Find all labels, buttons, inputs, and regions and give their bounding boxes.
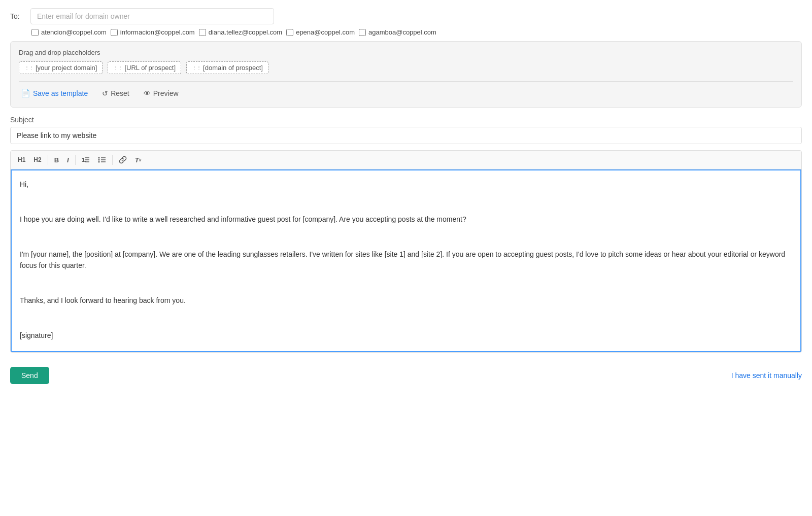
- preview-label: Preview: [153, 89, 179, 97]
- preview-button[interactable]: 👁 Preview: [142, 88, 181, 98]
- svg-point-4: [98, 157, 99, 159]
- placeholder-chip-2[interactable]: ⋮⋮[domain of prospect]: [186, 61, 268, 74]
- h1-button[interactable]: H1: [15, 154, 28, 165]
- editor-toolbar: H1 H2 B I 1.: [11, 151, 801, 169]
- chip-label-2: [domain of prospect]: [203, 64, 263, 72]
- email-checkbox-4[interactable]: [359, 29, 366, 36]
- divider: [19, 81, 793, 82]
- email-label-1: informacion@coppel.com: [120, 28, 195, 36]
- email-suggestions: atencion@coppel.cominformacion@coppel.co…: [31, 28, 802, 36]
- toolbar-separator-3: [112, 155, 113, 165]
- sent-manually-link[interactable]: I have sent it manually: [731, 371, 802, 380]
- toolbar-separator-2: [75, 155, 76, 165]
- svg-point-6: [98, 161, 99, 163]
- email-suggestion-0[interactable]: atencion@coppel.com: [31, 28, 107, 36]
- editor-container: H1 H2 B I 1.: [10, 150, 802, 353]
- chip-dots-icon-2: ⋮⋮: [192, 65, 201, 71]
- email-checkbox-3[interactable]: [286, 29, 293, 36]
- reset-icon: ↺: [102, 89, 108, 97]
- to-row: To: atencion@coppel.cominformacion@coppe…: [10, 8, 802, 36]
- email-checkbox-2[interactable]: [199, 29, 206, 36]
- email-label-0: atencion@coppel.com: [41, 28, 107, 36]
- toolbar-separator-1: [48, 155, 48, 165]
- email-suggestion-3[interactable]: epena@coppel.com: [286, 28, 355, 36]
- placeholder-title: Drag and drop placeholders: [19, 49, 793, 56]
- link-button[interactable]: [116, 154, 130, 166]
- subject-section: Subject: [10, 116, 802, 144]
- placeholder-section: Drag and drop placeholders ⋮⋮[your proje…: [10, 41, 802, 108]
- save-template-button[interactable]: 📄 Save as template: [19, 88, 90, 99]
- h2-button[interactable]: H2: [30, 154, 44, 165]
- clear-format-button[interactable]: Tx: [132, 154, 144, 166]
- toolbar-row: 📄 Save as template ↺ Reset 👁 Preview: [19, 88, 793, 99]
- svg-point-5: [98, 159, 99, 161]
- placeholder-chip-0[interactable]: ⋮⋮[your project domain]: [19, 61, 103, 74]
- placeholder-chips: ⋮⋮[your project domain]⋮⋮[URL of prospec…: [19, 61, 793, 74]
- email-suggestion-4[interactable]: agamboa@coppel.com: [359, 28, 436, 36]
- bottom-row: Send I have sent it manually: [10, 363, 802, 388]
- to-email-input[interactable]: [30, 8, 274, 24]
- email-suggestion-1[interactable]: informacion@coppel.com: [111, 28, 195, 36]
- to-input-wrapper: atencion@coppel.cominformacion@coppel.co…: [30, 8, 802, 36]
- email-label-4: agamboa@coppel.com: [368, 28, 436, 36]
- email-checkbox-0[interactable]: [31, 29, 39, 36]
- subject-input[interactable]: [10, 127, 802, 144]
- email-suggestion-2[interactable]: diana.tellez@coppel.com: [199, 28, 282, 36]
- chip-label-1: [URL of prospect]: [124, 64, 176, 72]
- email-body-editor[interactable]: Hi, I hope you are doing well. I'd like …: [11, 169, 801, 352]
- preview-icon: 👁: [144, 89, 151, 97]
- italic-button[interactable]: I: [64, 154, 72, 166]
- email-label-3: epena@coppel.com: [296, 28, 355, 36]
- subject-label: Subject: [10, 116, 802, 124]
- send-button[interactable]: Send: [10, 367, 49, 384]
- save-template-icon: 📄: [21, 89, 30, 98]
- chip-dots-icon-1: ⋮⋮: [113, 65, 122, 71]
- to-label: To:: [10, 8, 24, 20]
- chip-dots-icon-0: ⋮⋮: [24, 65, 33, 71]
- email-label-2: diana.tellez@coppel.com: [209, 28, 282, 36]
- save-template-label: Save as template: [33, 89, 88, 97]
- bold-button[interactable]: B: [51, 154, 62, 166]
- reset-label: Reset: [111, 89, 129, 97]
- reset-button[interactable]: ↺ Reset: [100, 88, 131, 98]
- placeholder-chip-1[interactable]: ⋮⋮[URL of prospect]: [108, 61, 181, 74]
- email-checkbox-1[interactable]: [111, 29, 118, 36]
- unordered-list-button[interactable]: [95, 154, 109, 166]
- chip-label-0: [your project domain]: [36, 64, 97, 72]
- ordered-list-button[interactable]: 1.: [79, 154, 93, 166]
